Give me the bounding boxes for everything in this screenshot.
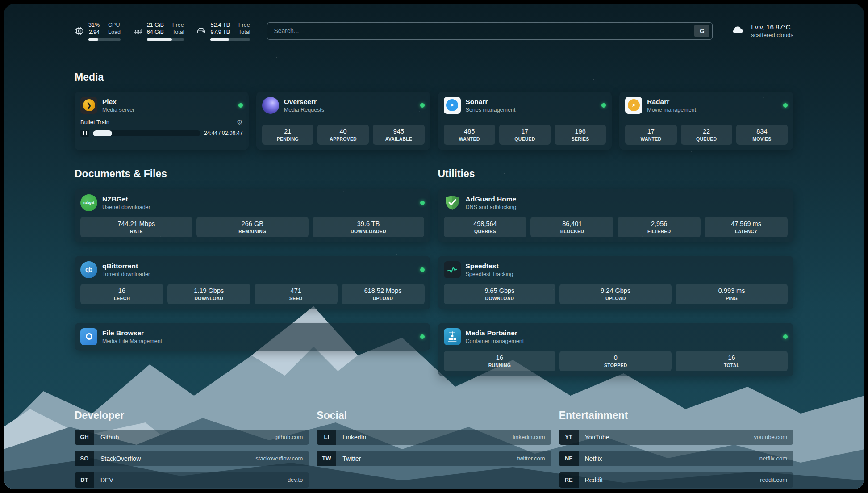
app-name: Sonarr	[466, 98, 516, 106]
stat-queued: 22QUEUED	[681, 125, 732, 145]
cpu-metric: 31% 2.94 CPU Load	[75, 21, 121, 41]
header-divider	[75, 48, 793, 48]
bookmark-reddit[interactable]: RE Reddit reddit.com	[559, 472, 793, 488]
stat-leech: 16LEECH	[80, 284, 163, 304]
section-title-social: Social	[317, 409, 551, 422]
cpu-progress-bar	[88, 38, 121, 41]
app-card-nzbget[interactable]: nzbget NZBGet Usenet downloader 744.21 M…	[75, 189, 430, 242]
app-description: DNS and adblocking	[466, 204, 517, 210]
storage-metric: 52.4 TB 97.9 TB Free Total	[196, 21, 250, 41]
status-dot	[601, 103, 606, 108]
app-name: NZBGet	[102, 195, 150, 203]
app-card-filebrowser[interactable]: File Browser Media File Management	[75, 323, 430, 351]
stat-rate: 744.21 MbpsRATE	[80, 217, 192, 237]
section-title-utilities: Utilities	[438, 168, 794, 180]
stat-total: 16TOTAL	[676, 351, 788, 371]
stat-upload: 9.24 GbpsUPLOAD	[559, 284, 672, 304]
memory-free-label: Free	[172, 21, 184, 29]
bookmark-stackoverflow[interactable]: SO StackOverflow stackoverflow.com	[75, 451, 309, 466]
app-description: Usenet downloader	[102, 204, 150, 210]
storage-total-value: 97.9 TB	[210, 29, 230, 36]
weather-location-temp: Lviv, 16.87°C	[751, 23, 793, 31]
cpu-load-value: 2.94	[89, 29, 100, 36]
storage-free-label: Free	[238, 21, 250, 29]
filebrowser-icon	[80, 328, 97, 345]
section-title-media: Media	[75, 71, 793, 84]
gear-icon[interactable]: ⚙	[237, 119, 242, 125]
system-metrics: 31% 2.94 CPU Load	[75, 21, 250, 41]
bookmark-twitter[interactable]: TW Twitter twitter.com	[317, 451, 551, 466]
bookmark-dev[interactable]: DT DEV dev.to	[75, 472, 309, 488]
stat-downloaded: 39.6 TBDOWNLOADED	[313, 217, 425, 237]
app-description: Media File Management	[102, 338, 162, 344]
app-card-portainer[interactable]: Media Portainer Container management 16R…	[438, 323, 794, 376]
app-name: File Browser	[102, 329, 162, 337]
memory-free-value: 21 GiB	[147, 21, 164, 29]
stat-stopped: 0STOPPED	[559, 351, 672, 371]
app-card-adguard[interactable]: AdGuard Home DNS and adblocking 498,564Q…	[438, 189, 794, 242]
reddit-icon: RE	[559, 472, 579, 488]
stat-download: 1.19 GbpsDOWNLOAD	[167, 284, 250, 304]
pause-button[interactable]	[80, 130, 89, 137]
now-playing-title: Bullet Train	[80, 119, 109, 125]
app-card-plex[interactable]: ❯ Plex Media server Bullet Train ⚙	[75, 92, 249, 150]
section-title-developer: Developer	[75, 409, 309, 422]
radarr-icon: ➤	[625, 97, 642, 114]
portainer-icon	[444, 328, 461, 345]
nzbget-icon: nzbget	[80, 194, 97, 211]
youtube-icon: YT	[559, 430, 579, 445]
memory-total-label: Total	[172, 29, 184, 36]
playback-progress-bar[interactable]	[93, 130, 200, 136]
stat-available: 945AVAILABLE	[373, 125, 424, 145]
stat-running: 16RUNNING	[444, 351, 556, 371]
dashboard-screen: 31% 2.94 CPU Load	[4, 4, 864, 489]
app-name: Media Portainer	[466, 329, 524, 337]
app-card-qbittorrent[interactable]: qb qBittorrent Torrent downloader 16LEEC…	[75, 256, 430, 309]
stat-queries: 498,564QUERIES	[444, 217, 527, 237]
bookmark-linkedin[interactable]: LI LinkedIn linkedin.com	[317, 430, 551, 445]
qbittorrent-icon: qb	[80, 261, 97, 278]
memory-progress-bar	[147, 38, 184, 41]
storage-icon	[196, 26, 206, 36]
app-description: Series management	[466, 107, 516, 113]
bookmark-github[interactable]: GH Github github.com	[75, 430, 309, 445]
speedtest-icon	[444, 261, 461, 278]
search-engine-button[interactable]: G	[694, 25, 709, 37]
bookmark-netflix[interactable]: NF Netflix netflix.com	[559, 451, 793, 466]
cloud-icon	[730, 23, 746, 38]
plex-icon: ❯	[80, 97, 97, 114]
stat-wanted: 17WANTED	[625, 125, 676, 145]
app-description: Media Requests	[284, 107, 324, 113]
app-card-overseerr[interactable]: Overseerr Media Requests 21PENDING 40APP…	[256, 92, 430, 150]
storage-free-value: 52.4 TB	[210, 21, 230, 29]
cpu-percent: 31%	[88, 21, 100, 29]
status-dot	[420, 334, 425, 339]
status-dot	[783, 334, 788, 339]
memory-icon	[133, 26, 142, 36]
memory-metric: 21 GiB 64 GiB Free Total	[133, 21, 184, 41]
weather-condition: scattered clouds	[751, 32, 793, 38]
stat-upload: 618.52 MbpsUPLOAD	[342, 284, 425, 304]
cpu-icon	[75, 26, 84, 36]
stat-movies: 834MOVIES	[736, 125, 788, 145]
app-description: Movie management	[647, 107, 696, 113]
app-card-speedtest[interactable]: Speedtest Speedtest Tracking 9.65 GbpsDO…	[438, 256, 794, 309]
netflix-icon: NF	[559, 451, 579, 466]
stat-blocked: 86,401BLOCKED	[530, 217, 613, 237]
stat-queued: 17QUEUED	[499, 125, 551, 145]
app-card-radarr[interactable]: ➤ Radarr Movie management 17WANTED 22QUE…	[619, 92, 793, 150]
status-dot	[783, 103, 788, 108]
status-dot	[420, 267, 425, 272]
storage-total-label: Total	[238, 29, 250, 36]
search-input[interactable]	[274, 27, 694, 34]
search-bar[interactable]: G	[267, 22, 713, 40]
section-title-entertainment: Entertainment	[559, 409, 793, 422]
overseerr-icon	[262, 97, 279, 114]
stat-remaining: 266 GBREMAINING	[196, 217, 309, 237]
app-name: qBittorrent	[102, 262, 150, 270]
bookmark-youtube[interactable]: YT YouTube youtube.com	[559, 430, 793, 445]
app-card-sonarr[interactable]: ➤ Sonarr Series management 485WANTED 17Q…	[438, 92, 612, 150]
bookmark-group-entertainment: Entertainment YT YouTube youtube.com NF …	[559, 409, 793, 490]
app-description: Container management	[466, 338, 524, 344]
stat-filtered: 2,956FILTERED	[618, 217, 701, 237]
